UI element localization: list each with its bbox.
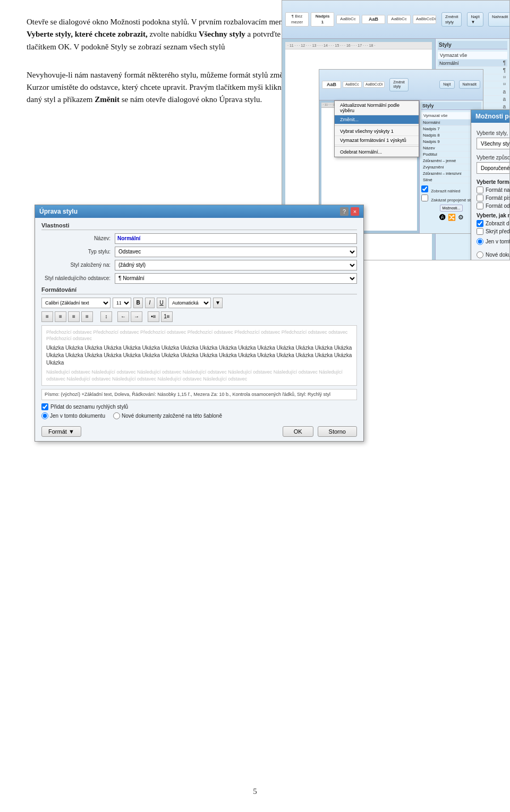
intro-text-2: zvolte nabídku	[148, 30, 199, 38]
ribbon-btn-najit[interactable]: Najít ▼	[467, 12, 483, 27]
dialog-cb-odstavce-input[interactable]	[477, 187, 483, 193]
styles-icon-btn-2b[interactable]: 🔀	[448, 214, 456, 222]
styles-cb-nahled-input-bottom[interactable]	[421, 185, 428, 192]
styles-item-icon: ¶	[503, 67, 506, 73]
uprava-select-nasl[interactable]: ¶ Normální	[115, 273, 357, 284]
format-font-family[interactable]: Calibri (Základní text	[41, 298, 110, 308]
align-btn-justify[interactable]: ≡	[81, 311, 93, 322]
dialog-uprava-close[interactable]: ×	[351, 207, 359, 216]
format-btn-color-picker[interactable]: ▼	[213, 298, 223, 308]
ribbon-sm-aab[interactable]: AaB	[322, 81, 341, 89]
context-menu-aktualizovat[interactable]: Aktualizovat Normální podle výběru	[335, 101, 419, 115]
styles-item-icon: ¹³	[503, 75, 506, 80]
align-btn-center[interactable]: ≡	[55, 311, 66, 322]
preview-text-before: Předchozící odstavec Předchozící odstave…	[46, 329, 352, 342]
uprava-radio-section: Jen v tomto dokumentu Nové dokumenty zal…	[41, 412, 357, 419]
align-btn-linespace[interactable]: ↕	[100, 311, 112, 322]
uprava-input-nazev[interactable]	[115, 233, 357, 244]
context-menu-vymazat[interactable]: Vymazat formátování 1 výskytů	[335, 136, 419, 145]
context-menu-zmenit[interactable]: Změnit...	[335, 115, 419, 124]
dialog-cb-pisma: Formát písma	[477, 194, 510, 201]
intro-bold-2: Všechny styly	[199, 30, 245, 38]
ribbon-btn-zmenit[interactable]: Změnitstyly	[441, 12, 462, 27]
align-btn-indent-left[interactable]: ←	[117, 311, 129, 322]
dialog-radio-nove-input[interactable]	[477, 251, 483, 258]
align-btn-indent-right[interactable]: →	[131, 311, 142, 322]
ribbon-style-aab[interactable]: AaB	[362, 15, 385, 24]
ribbon-style-nadpis1[interactable]: Nadpis 1	[311, 12, 334, 27]
styles-item-label: Zvýraznění	[423, 165, 444, 170]
dialog-radio-jen: Jen v tomto dokumentu	[477, 238, 510, 245]
uprava-cb-rychle-input[interactable]	[41, 403, 48, 410]
align-btn-list-unordered[interactable]: •≡	[148, 311, 159, 322]
align-btn-right[interactable]: ≡	[68, 311, 80, 322]
uprava-cb-rychle: Přidat do seznamu rychlých stylů	[41, 403, 357, 410]
styles-icon-btn-1b[interactable]: 🅐	[439, 214, 446, 222]
align-btn-left[interactable]: ≡	[41, 311, 53, 322]
align-btn-list-ordered[interactable]: 1≡	[161, 311, 173, 322]
dialog-uprava-title: Úprava stylu	[39, 208, 78, 215]
ribbon-btn-nahradit[interactable]: Nahradit	[488, 12, 510, 27]
context-menu-vybrat[interactable]: Vybrat všechny výskyty 1	[335, 127, 419, 136]
ribbon-style-aabbcc2[interactable]: AaBbCc	[387, 15, 411, 23]
dialog-cb-odracky-input[interactable]	[477, 202, 483, 209]
styles-item-label: Silné	[423, 177, 432, 182]
format-btn-bold[interactable]: B	[133, 298, 143, 308]
dialog-uprava-body: Vlastnosti Název: Typ stylu: Odstavec St…	[35, 218, 363, 424]
uprava-btn-format-label: Formát	[48, 428, 67, 435]
dialog-cb-dalsi-label: Zobrazit další nadpisy, pokud je použita…	[486, 221, 510, 226]
dialog-cb-skryt: Skrýt předdefinovaný název, existuje-li …	[477, 228, 510, 235]
styles-item-icon: a	[503, 89, 506, 95]
dialog-cb-skryt-label: Skrýt předdefinovaný název, existuje-li …	[486, 229, 510, 234]
dialog-radio-nove: Nové dokumenty založené na této šabloně	[477, 251, 510, 258]
styles-item-label: Nadpis 9	[423, 139, 440, 144]
uprava-btn-storno[interactable]: Storno	[318, 426, 357, 437]
ribbon-style-bez-mezer[interactable]: ¶ Bez mezer	[285, 12, 309, 27]
styles-btn-clear-top[interactable]: Vymazat vše	[438, 52, 507, 59]
dialog-cb-skryt-input[interactable]	[477, 228, 483, 235]
uprava-radio-jen-input[interactable]	[41, 412, 48, 419]
intro-text-1: Otevře se dialogové okno Možnosti podokn…	[27, 18, 287, 26]
format-toolbar: Calibri (Základní text 11 B I U Automati…	[41, 298, 357, 308]
ribbon-sm-aabbccdi[interactable]: AaBbCcDi	[363, 81, 385, 88]
uprava-radio-nove-label: Nové dokumenty založené na této šabloně	[122, 413, 222, 419]
styles-icon-btn-3b[interactable]: ⚙	[458, 214, 464, 222]
dialog-radio-nove-label: Nové dokumenty založené na této šabloně	[486, 252, 510, 258]
uprava-radio-nove-input[interactable]	[113, 412, 120, 419]
dialog-uprava-help[interactable]: ?	[340, 207, 348, 216]
context-menu-odebrat[interactable]: Odebrat Normální...	[335, 148, 419, 157]
format-btn-italic[interactable]: I	[145, 298, 155, 308]
styles-btn-moznosti-bottom[interactable]: Možnosti...	[440, 205, 463, 212]
middle-bold-1: Změnit	[95, 95, 120, 104]
uprava-btn-format[interactable]: Formát ▼	[41, 426, 81, 437]
uprava-row-typ: Typ stylu: Odstavec	[41, 247, 357, 257]
styles-cb-propojene-input-bottom[interactable]	[421, 194, 428, 201]
uprava-label-nasl: Styl následujícího odstavce:	[41, 275, 110, 281]
dialog-label-2: Vyberte způsob řazení seznamu:	[477, 155, 510, 160]
format-btn-underline[interactable]: U	[157, 298, 166, 308]
styles-item-normal-top[interactable]: Normální ¶	[438, 60, 507, 67]
uprava-select-zalozeny[interactable]: (žádný styl)	[115, 260, 357, 270]
word-ribbon-top: ¶ Bez mezer Nadpis 1 AaBbCc AaB AaBbCc A…	[282, 1, 509, 39]
ribbon-sm-aabbcc[interactable]: AaBbCc	[343, 81, 362, 88]
format-color[interactable]: Automatická	[168, 298, 211, 308]
format-font-size[interactable]: 11	[113, 298, 131, 308]
dialog-radio-jen-input[interactable]	[477, 238, 483, 245]
ribbon-style-aabbcc[interactable]: AaBbCc	[336, 15, 360, 23]
uprava-select-typ[interactable]: Odstavec	[115, 247, 357, 257]
uprava-footer-right: OK Storno	[283, 426, 357, 437]
dialog-uprava-titlebar: Úprava stylu ? ×	[35, 205, 363, 218]
intro-bold-1: Vyberte styly, které chcete zobrazit,	[27, 30, 148, 38]
uprava-btn-ok[interactable]: OK	[283, 426, 313, 437]
dialog-select-2[interactable]: Doporučené	[477, 162, 510, 174]
dialog-cb-pisma-input[interactable]	[477, 194, 483, 201]
dialog-label-1: Vyberte styly, které chcete zobrazit:	[477, 130, 510, 136]
dialog-cb-dalsi-input[interactable]	[477, 220, 483, 227]
ribbon-sm-zmenit[interactable]: Změnitstyly	[389, 78, 408, 91]
dialog-select-1[interactable]: Všechny styly	[477, 138, 510, 149]
page-number: 5	[253, 787, 257, 796]
ribbon-sm-nahradit[interactable]: Nahradit	[459, 80, 480, 89]
preview-text-after: Následující odstavec Následující odstave…	[46, 369, 352, 382]
ribbon-style-aabbccdi[interactable]: AaBbCcDi	[413, 15, 436, 23]
ribbon-sm-najit[interactable]: Najít	[439, 80, 454, 89]
